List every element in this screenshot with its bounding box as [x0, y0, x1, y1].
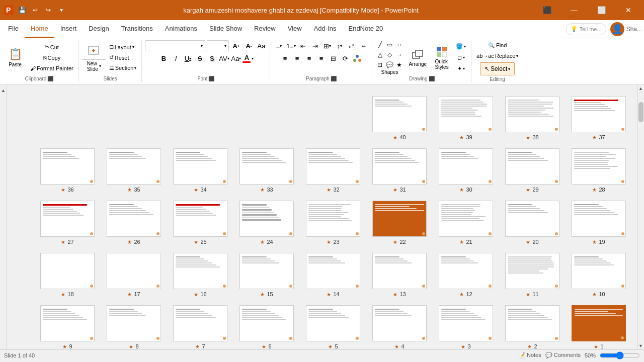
slide-item-30[interactable]: ★30	[436, 148, 496, 193]
new-slide-button[interactable]: NewSlide ▾	[82, 43, 106, 73]
clear-format-button[interactable]: Aa	[256, 40, 267, 51]
slide-item-14[interactable]: ★14	[303, 253, 363, 297]
tab-file[interactable]: File	[2, 20, 25, 38]
user-icon[interactable]: 👤	[610, 22, 624, 36]
select-button[interactable]: ↖ Select ▾	[480, 62, 515, 75]
shape-effects-button[interactable]: ✦ ▾	[454, 64, 468, 74]
text-direction-button[interactable]: ⟳	[340, 53, 351, 64]
slide-item-39[interactable]: ★39	[436, 96, 496, 140]
underline-button[interactable]: U▾	[182, 53, 193, 64]
slide-item-19[interactable]: ★19	[569, 201, 629, 245]
slide-item-18[interactable]: ★18	[37, 253, 98, 297]
slide-item-27[interactable]: ★27	[37, 201, 98, 245]
shapes-button[interactable]: ╱ ▭ ○ △ ◇ → ⊡ 💬 ★	[375, 40, 404, 75]
reset-button[interactable]: ↺ Reset	[107, 53, 139, 62]
increase-font-button[interactable]: A+	[230, 40, 242, 51]
maximize-btn[interactable]: ⬜	[590, 0, 613, 20]
close-btn[interactable]: ✕	[617, 0, 640, 20]
font-color-arrow[interactable]: ▾	[252, 56, 254, 61]
tab-slideshow[interactable]: Slide Show	[203, 20, 248, 38]
tab-animations[interactable]: Animations	[159, 20, 203, 38]
new-slide-top[interactable]	[82, 43, 106, 60]
slide-item-4[interactable]: ★4	[369, 305, 430, 349]
tab-transitions[interactable]: Transitions	[115, 20, 159, 38]
tab-insert[interactable]: Insert	[54, 20, 83, 38]
slide-item-15[interactable]: ★15	[236, 253, 297, 297]
tab-design[interactable]: Design	[83, 20, 115, 38]
new-slide-dropdown[interactable]: NewSlide ▾	[82, 60, 106, 73]
comments-button[interactable]: 💬 Comments	[545, 352, 581, 358]
align-left-button[interactable]: ≡	[279, 53, 290, 64]
slide-item-20[interactable]: ★20	[502, 201, 562, 245]
slide-item-38[interactable]: ★38	[502, 96, 562, 140]
save-icon[interactable]: 💾	[17, 5, 27, 15]
change-case-button[interactable]: Aa▾	[230, 53, 242, 64]
slide-item-2[interactable]: ★2	[502, 305, 562, 349]
shape-outline-button[interactable]: ◻ ▾	[454, 53, 468, 63]
tab-endnote[interactable]: EndNote 20	[342, 20, 389, 38]
slide-item-12[interactable]: ★12	[436, 253, 496, 297]
customize-qat-icon[interactable]: ▾	[56, 5, 66, 15]
textbox-shape[interactable]: ⊡	[375, 60, 384, 69]
slide-item-33[interactable]: ★33	[236, 148, 297, 193]
slide-item-8[interactable]: ★8	[104, 305, 164, 349]
slide-item-13[interactable]: ★13	[369, 253, 430, 297]
slide-item-5[interactable]: ★5	[303, 305, 363, 349]
line-spacing-button[interactable]: ↕▾	[334, 40, 345, 51]
bold-button[interactable]: B	[158, 53, 169, 64]
arrow-shape[interactable]: →	[394, 50, 404, 59]
slide-item-3[interactable]: ★3	[436, 305, 496, 349]
decrease-font-button[interactable]: A-	[243, 40, 254, 51]
slide-item-16[interactable]: ★16	[170, 253, 230, 297]
slide-item-34[interactable]: ★34	[170, 148, 230, 193]
slide-item-11[interactable]: ★11	[502, 253, 562, 297]
section-button[interactable]: ☰ Section ▾	[107, 63, 139, 73]
copy-button[interactable]: ⎘ Copy	[28, 53, 75, 63]
slide-item-6[interactable]: ★6	[236, 305, 297, 349]
scroll-up-arrow[interactable]: ▲	[0, 87, 7, 94]
tab-view[interactable]: View	[282, 20, 308, 38]
scroll-down[interactable]: ▼	[637, 342, 645, 349]
quick-styles-button[interactable]: QuickStyles	[432, 43, 452, 73]
columns-button[interactable]: ⊞▾	[321, 40, 333, 51]
notes-button[interactable]: 📝 Notes	[518, 352, 541, 358]
strikethrough-button[interactable]: S	[194, 53, 205, 64]
rtl-button[interactable]: ⇄	[346, 40, 357, 51]
italic-button[interactable]: I	[170, 53, 181, 64]
increase-indent-button[interactable]: ⇥	[309, 40, 320, 51]
justify-button[interactable]: ≡	[315, 53, 327, 64]
redo-icon[interactable]: ↪	[43, 5, 53, 15]
shape-fill-button[interactable]: 🪣 ▾	[454, 42, 468, 52]
align-right-button[interactable]: ≡	[303, 53, 314, 64]
slide-item-10[interactable]: ★10	[569, 253, 629, 297]
replace-button[interactable]: ab→ac Replace ▾	[474, 51, 520, 61]
clipboard-expand-icon[interactable]: ⬛	[47, 76, 53, 81]
slide-item-24[interactable]: ★24	[236, 201, 297, 245]
scroll-thumb[interactable]	[638, 102, 643, 122]
format-painter-button[interactable]: 🖌 Format Painter	[28, 63, 75, 73]
slide-item-17[interactable]: ★17	[104, 253, 164, 297]
slide-item-40[interactable]: ★40	[369, 96, 430, 140]
add-columns-button[interactable]: ⊟	[328, 53, 339, 64]
undo-icon[interactable]: ↩	[30, 5, 40, 15]
tell-me-input[interactable]: 💡 Tell me...	[566, 23, 606, 35]
slide-item-26[interactable]: ★26	[104, 201, 164, 245]
vertical-scrollbar[interactable]: ▲ ▼	[637, 85, 644, 349]
slide-item-35[interactable]: ★35	[104, 148, 164, 193]
font-expand-icon[interactable]: ⬛	[208, 76, 214, 81]
slide-item-36[interactable]: ★36	[37, 148, 98, 193]
triangle-shape[interactable]: △	[375, 50, 384, 59]
oval-shape[interactable]: ○	[394, 40, 404, 49]
font-size-selector[interactable]: ▾	[207, 40, 229, 51]
callout-shape[interactable]: 💬	[385, 60, 394, 69]
slide-item-37[interactable]: ★37	[569, 96, 629, 140]
slide-item-29[interactable]: ★29	[502, 148, 562, 193]
slide-item-21[interactable]: ★21	[436, 201, 496, 245]
slide-item-25[interactable]: ★25	[170, 201, 230, 245]
para-expand-icon[interactable]: ⬛	[331, 76, 337, 81]
rect-shape[interactable]: ▭	[385, 40, 394, 49]
tab-addins[interactable]: Add-Ins	[308, 20, 343, 38]
diamond-shape[interactable]: ◇	[385, 50, 394, 59]
bullets-button[interactable]: ≡▾	[273, 40, 284, 51]
slide-item-7[interactable]: ★7	[170, 305, 230, 349]
